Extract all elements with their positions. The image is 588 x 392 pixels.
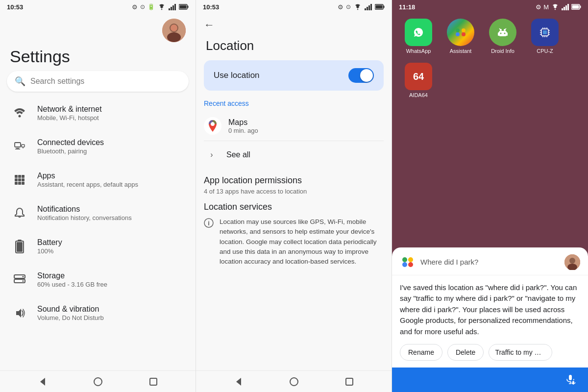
svg-point-9 [167,32,181,42]
svg-marker-34 [40,378,45,386]
signal-icon [169,3,176,10]
svg-rect-13 [16,148,19,149]
app-permissions-subtitle: 4 of 13 apps have access to location [204,188,384,195]
cpu-icon [531,19,559,46]
maps-recent-item: Maps 0 min. ago [204,113,384,139]
back-button-2[interactable] [231,374,246,389]
user-avatar-image [564,254,580,270]
app-item-aida[interactable]: 64 AIDA64 [402,63,435,98]
use-location-card[interactable]: Use location [204,60,384,91]
battery-icon-2 [375,4,385,10]
connected-icon [10,137,29,156]
svg-rect-52 [564,7,565,10]
settings-item-sound[interactable]: Sound & vibration Volume, Do Not Disturb [0,296,196,330]
svg-rect-18 [18,175,21,178]
recents-button-2[interactable] [342,374,357,389]
svg-point-11 [19,115,21,118]
sound-settings-icon [14,308,25,318]
user-avatar[interactable] [162,19,186,42]
time-display-2: 10:53 [203,3,219,11]
status-bar-2: 10:53 ⚙ ⊙ [196,0,392,14]
droid-icon [489,19,516,46]
svg-point-45 [211,122,215,126]
svg-point-10 [171,24,177,31]
aida-label: AIDA64 [409,92,428,98]
svg-rect-23 [15,182,18,185]
rename-button[interactable]: Rename [400,344,442,361]
location-toggle[interactable] [348,68,374,83]
svg-rect-19 [22,175,24,178]
network-icon [10,103,29,123]
apps-title: Apps [37,172,186,180]
battery-icon [10,237,29,256]
back-nav-icon [38,377,48,387]
delete-button[interactable]: Delete [447,344,484,361]
traffic-button[interactable]: Traffic to my where di [489,344,552,361]
maps-app-info: Maps 0 min. ago [228,118,258,134]
svg-point-60 [456,32,460,36]
see-all-label: See all [226,150,250,159]
home-button-1[interactable] [91,374,105,389]
wifi-icon-3 [551,3,560,10]
apps-icon [10,170,29,190]
network-subtitle: Mobile, Wi-Fi, hotspot [37,114,186,122]
sound-item-text: Sound & vibration Volume, Do Not Disturb [37,305,186,321]
svg-rect-25 [22,182,24,185]
battery-status-icon [179,4,189,10]
see-all-button[interactable]: › See all [204,141,384,169]
svg-rect-54 [567,4,569,10]
app-item-cpu[interactable]: CPU-Z [528,19,562,54]
svg-rect-2 [172,5,174,10]
settings-item-connected[interactable]: Connected devices Bluetooth, pairing [0,130,196,163]
svg-rect-37 [365,8,366,10]
back-button-1[interactable] [35,374,50,389]
info-circle-icon: i [204,218,214,230]
svg-rect-22 [22,178,24,181]
app-item-assistant[interactable]: Assistant [444,19,477,54]
svg-rect-56 [580,6,581,8]
svg-rect-51 [562,8,563,10]
network-title: Network & internet [37,105,186,114]
status-icons-2: ⚙ ⊙ [338,3,385,11]
svg-point-92 [408,257,413,262]
svg-point-71 [504,33,506,34]
app-item-whatsapp[interactable]: WhatsApp [402,19,435,54]
settings-item-apps[interactable]: Apps Assistant, recent apps, default app… [0,163,196,196]
battery-subtitle: 100% [37,247,186,255]
storage-title: Storage [37,271,186,280]
settings-item-battery[interactable]: Battery 100% [0,230,196,263]
apps-grid-icon [14,174,25,185]
bottom-nav-3 [392,370,588,392]
svg-rect-43 [376,5,383,9]
recents-nav-icon [149,378,157,386]
back-arrow-button[interactable]: ← [204,19,215,31]
toggle-knob [360,69,373,82]
recents-button-1[interactable] [146,374,161,389]
app-grid: WhatsApp Assistant [392,14,588,103]
assistant-action-buttons: Rename Delete Traffic to my where di [392,344,588,368]
app-item-droid[interactable]: Droid Info [486,19,519,54]
search-placeholder-text: Search settings [30,77,84,86]
storage-subtitle: 60% used - 3.16 GB free [37,281,186,288]
connected-title: Connected devices [37,138,186,147]
settings-item-notifications[interactable]: Notifications Notification history, conv… [0,196,196,230]
search-bar[interactable]: 🔍 Search settings [7,71,189,92]
assistant-label: Assistant [450,48,472,54]
bottom-nav-1 [0,370,196,392]
connected-subtitle: Bluetooth, pairing [37,147,186,155]
settings-item-storage[interactable]: Storage 60% used - 3.16 GB free [0,263,196,296]
svg-point-70 [500,33,502,34]
aida-icon: 64 [405,63,432,90]
battery-item-text: Battery 100% [37,238,186,255]
home-button-2[interactable] [287,374,301,389]
sound-icon [10,303,29,323]
settings-item-network[interactable]: Network & internet Mobile, Wi-Fi, hotspo… [0,97,196,130]
assistant-response-text: I've saved this location as "where did i… [392,275,588,344]
svg-rect-50 [346,378,353,385]
svg-rect-15 [22,145,24,147]
time-display-1: 10:53 [7,3,23,11]
location-page-title: Location [196,36,392,60]
wifi-icon-2 [353,3,362,10]
page-title-settings: Settings [0,45,196,71]
home-nav-icon [93,377,103,387]
